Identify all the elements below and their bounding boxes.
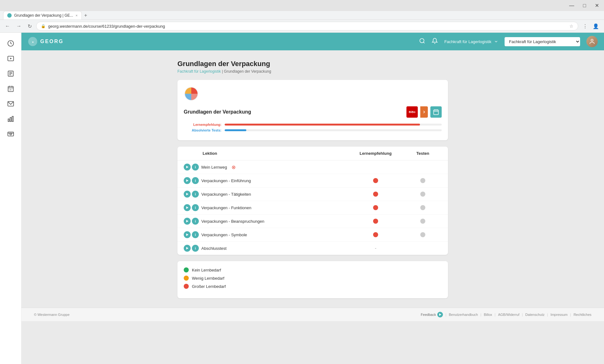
info-button-4[interactable]: i [192, 218, 199, 225]
svg-marker-32 [186, 206, 188, 209]
sidebar-item-calendar[interactable]: 25 [4, 82, 18, 96]
svg-point-21 [420, 38, 424, 42]
table-row: i Verpackungen - Beanspruchungen [177, 215, 448, 228]
col-header-testen: Testen [404, 151, 442, 156]
search-icon[interactable] [419, 38, 425, 46]
svg-rect-14 [10, 117, 11, 121]
absolvierte-bar-fill [225, 129, 246, 131]
benutzerhandbuch-link[interactable]: Benutzerhandbuch [449, 313, 478, 316]
testen-cell-1 [404, 178, 442, 183]
avatar-icon [589, 38, 595, 45]
play-button-4[interactable] [184, 218, 191, 225]
lernempfehlung-dot-red [373, 178, 378, 183]
datenschutz-link[interactable]: Datenschutz [525, 313, 545, 316]
svg-text:25: 25 [9, 89, 12, 91]
play-button-3[interactable] [184, 204, 191, 211]
sidebar-item-stats[interactable] [4, 112, 18, 126]
play-button-5[interactable] [184, 231, 191, 238]
testen-cell-5 [404, 232, 442, 237]
rechtliches-link[interactable]: Rechtliches [573, 313, 591, 316]
lernempfehlung-dash: - [375, 246, 377, 251]
new-tab-button[interactable]: + [82, 11, 90, 20]
svg-rect-15 [12, 116, 13, 122]
svg-marker-2 [10, 58, 12, 59]
tab-title: Grundlagen der Verpackung | GE... [14, 13, 73, 18]
lernempfehlung-cell-6: - [347, 246, 404, 251]
play-svg [186, 165, 189, 169]
feedback-icon [437, 312, 443, 317]
maximize-button[interactable]: □ [581, 2, 588, 9]
address-bar[interactable]: 🔒 georg.westermann.de/course/61233/grund… [36, 22, 578, 31]
bibox-button[interactable]: BiBo [406, 106, 418, 118]
info-button-6[interactable]: i [192, 245, 199, 252]
logo-icon: ✦ [28, 36, 38, 47]
sidebar-item-dashboard[interactable] [4, 36, 18, 50]
svg-marker-34 [186, 233, 188, 236]
course-logo-svg [184, 86, 199, 101]
play-button-2[interactable] [184, 191, 191, 198]
top-navigation: ✦ GEORG Fachkraft für [21, 33, 604, 50]
play-svg [186, 206, 189, 209]
browser-tab-active[interactable]: Grundlagen der Verpackung | GE... × [3, 11, 82, 20]
legend-label-wenig: Wenig Lernbedarf [192, 276, 224, 281]
info-button-2[interactable]: i [192, 191, 199, 198]
sidebar-item-mail[interactable] [4, 97, 18, 111]
table-row: i Verpackungen - Symbole [177, 228, 448, 242]
info-button-5[interactable]: i [192, 231, 199, 238]
reload-button[interactable]: ↻ [26, 22, 34, 31]
feedback-button[interactable]: Feedback [421, 312, 443, 317]
sidebar-item-tasks[interactable] [4, 67, 18, 81]
lesson-cell-4: i Verpackungen - Beanspruchungen [184, 218, 347, 225]
info-button-1[interactable]: i [192, 177, 199, 184]
forward-button[interactable]: → [14, 22, 23, 30]
mail-icon [7, 100, 14, 107]
agb-link[interactable]: AGB/Widerruf [498, 313, 519, 316]
breadcrumb-link-course[interactable]: Fachkraft für Lagerlogistik [177, 69, 221, 74]
settings-icon [7, 131, 14, 137]
extensions-button[interactable]: ⋮ [581, 22, 590, 31]
info-button-3[interactable]: i [192, 204, 199, 211]
logo: ✦ GEORG [28, 36, 64, 47]
arrow-button[interactable] [420, 106, 428, 118]
progress-row-absolvierte: Absolvierte Tests: [184, 128, 442, 132]
svg-marker-31 [186, 193, 188, 195]
svg-marker-33 [186, 220, 188, 222]
notification-bell-icon[interactable] [432, 38, 438, 46]
play-svg [186, 233, 189, 236]
lesson-cell-6: i Abschlusstest [184, 245, 347, 252]
tab-close-btn[interactable]: × [76, 14, 77, 17]
sidebar-item-settings[interactable] [4, 127, 18, 141]
impressum-link[interactable]: Impressum [551, 313, 568, 316]
play-button-6[interactable] [184, 245, 191, 252]
close-button[interactable]: ✕ [593, 2, 601, 9]
course-card: Grundlagen der Verpackung BiBo [177, 80, 448, 140]
play-button-0[interactable] [184, 164, 191, 171]
breadcrumb-current: Grundlagen der Verpackung [224, 69, 271, 74]
main-content: Grundlagen der Verpackung Fachkraft für … [21, 50, 604, 364]
info-button-0[interactable]: i [192, 164, 199, 171]
table-row: i Abschlusstest - [177, 242, 448, 255]
play-button-1[interactable] [184, 177, 191, 184]
lesson-name-3: Verpackungen - Funktionen [201, 205, 251, 210]
lernempfehlung-label: Lernempfehlung: [184, 123, 221, 126]
back-button[interactable]: ← [3, 22, 12, 30]
star-icon[interactable]: ☆ [569, 24, 573, 29]
checklist-icon [7, 70, 14, 77]
avatar[interactable] [586, 36, 598, 47]
sidebar-item-video[interactable] [4, 52, 18, 65]
billox-link[interactable]: Billox [484, 313, 492, 316]
lesson-cell-5: i Verpackungen - Symbole [184, 231, 347, 238]
svg-marker-29 [186, 166, 188, 168]
profile-button[interactable]: 👤 [591, 22, 601, 31]
row-icons-0: i [184, 164, 199, 171]
schedule-button[interactable] [430, 106, 442, 118]
lernempfehlung-cell-5 [347, 232, 404, 237]
table-row: i Verpackungen - Funktionen [177, 201, 448, 215]
minimize-button[interactable]: — [567, 2, 576, 9]
legend-item-kein: Kein Lernbedarf [184, 267, 442, 272]
course-dropdown[interactable]: Fachkraft für Lagerlogistik [505, 37, 580, 46]
testen-dot-gray [420, 205, 425, 210]
svg-rect-25 [434, 110, 439, 115]
error-icon-0[interactable]: ⊗ [232, 164, 236, 170]
lesson-name-0: Mein Lernweg [201, 165, 227, 170]
